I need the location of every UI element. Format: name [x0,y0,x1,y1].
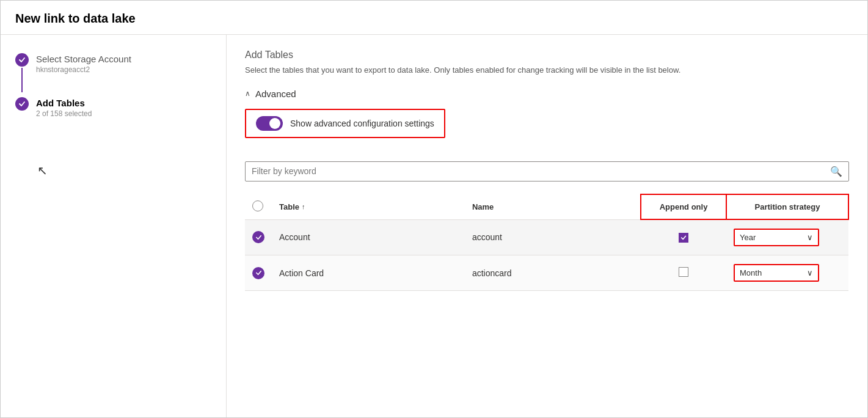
advanced-settings-toggle[interactable] [256,116,283,131]
main-content: Add Tables Select the tables that you wa… [227,35,867,417]
advanced-header[interactable]: ∧ Advanced [245,89,849,99]
step-item-storage[interactable]: Select Storage Account hknstorageacct2 [15,53,211,92]
step-subtitle-tables: 2 of 158 selected [36,109,92,118]
partition-dropdown-account[interactable]: Year ∨ [734,229,819,246]
step-connector-1 [15,53,29,92]
section-desc: Select the tables that you want to expor… [245,64,849,76]
sidebar: Select Storage Account hknstorageacct2 [1,35,227,417]
table-row: Account account [245,219,848,255]
row-partition-account[interactable]: Year ∨ [726,219,848,255]
col-header-table[interactable]: Table ↑ [272,194,465,220]
step-item-tables[interactable]: Add Tables 2 of 158 selected [15,97,211,118]
toggle-track [256,116,283,131]
toggle-label: Show advanced configuration settings [290,119,434,128]
step-line-1 [21,68,23,92]
sort-asc-icon: ↑ [302,203,305,210]
step-list: Select Storage Account hknstorageacct2 [15,53,211,118]
col-header-partition[interactable]: Partition strategy [726,194,848,220]
col-header-name[interactable]: Name [465,194,641,220]
step-content-storage: Select Storage Account hknstorageacct2 [36,53,131,74]
table-col-text: Table [279,202,299,211]
table-row: Action Card actioncard Month ∨ [245,255,848,291]
data-table: Table ↑ Name Append only Partition strat… [245,194,849,292]
dropdown-chevron-icon: ∨ [807,233,813,242]
row-partition-actioncard[interactable]: Month ∨ [726,255,848,291]
row-name-actioncard: actioncard [465,255,641,291]
toggle-thumb [269,118,280,129]
filter-row: 🔍 [245,161,849,182]
checkbox-unchecked-icon [679,267,688,277]
row-radio-actioncard[interactable] [245,255,272,291]
dropdown-chevron-icon-2: ∨ [807,268,813,277]
step-content-tables: Add Tables 2 of 158 selected [36,97,92,118]
filter-input[interactable] [252,166,830,176]
partition-dropdown-actioncard[interactable]: Month ∨ [734,264,819,282]
check-filled-icon [252,231,264,243]
advanced-section: ∧ Advanced Show advanced configuration s… [245,89,849,150]
row-name-account: account [465,219,641,255]
col-header-append[interactable]: Append only [641,194,726,220]
cursor-icon: ↖ [37,163,48,178]
check-filled-icon-2 [252,267,264,279]
col-header-radio [245,194,272,220]
step-circle-storage [15,53,29,67]
table-header-row: Table ↑ Name Append only Partition strat… [245,194,848,220]
row-radio-account[interactable] [245,219,272,255]
page-title: New link to data lake [15,12,853,26]
page-body: Select Storage Account hknstorageacct2 [1,35,867,417]
row-table-name-account: Account [272,219,465,255]
step-title-tables: Add Tables [36,98,92,108]
step-subtitle-storage: hknstorageacct2 [36,65,131,74]
toggle-row[interactable]: Show advanced configuration settings [245,109,445,138]
advanced-label: Advanced [255,89,296,99]
row-append-actioncard[interactable] [641,255,726,291]
page-wrapper: New link to data lake [0,0,868,418]
step-connector-2 [15,97,29,111]
search-icon: 🔍 [830,166,842,177]
row-table-name-actioncard: Action Card [272,255,465,291]
page-header: New link to data lake [1,1,867,35]
step-title-storage: Select Storage Account [36,54,131,64]
chevron-up-icon: ∧ [245,89,250,98]
step-circle-tables [15,97,29,111]
table-col-label: Table ↑ [279,202,458,211]
checkbox-checked-icon [679,233,688,243]
row-append-account[interactable] [641,219,726,255]
header-radio[interactable] [252,200,263,211]
section-title: Add Tables [245,50,849,61]
